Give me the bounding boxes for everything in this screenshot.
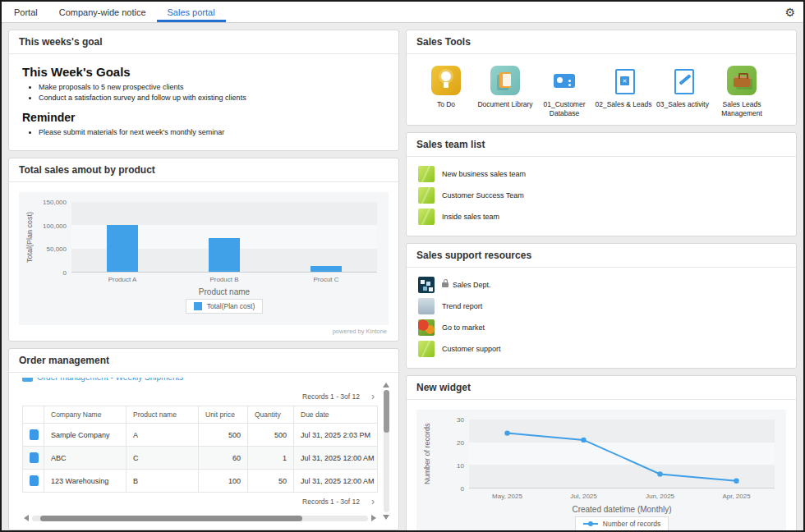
table-row[interactable]: 123 Warehousing B 100 50 Jul 31, 2025 12… <box>23 470 378 493</box>
scroll-down-arrow-icon[interactable] <box>383 515 389 520</box>
tab-list: Portal Company-wide notice Sales portal <box>2 2 226 22</box>
unit-price-cell: 500 <box>199 424 248 447</box>
next-page-chevron-icon[interactable]: › <box>371 392 375 401</box>
y-axis-label: Total(Plan cost) <box>24 202 35 273</box>
team-list: New business sales team Customer Success… <box>407 157 796 236</box>
reminder-heading: Reminder <box>22 111 385 124</box>
vertical-scrollbar[interactable] <box>382 378 390 521</box>
record-file-icon[interactable] <box>30 429 39 440</box>
x-axis-label: Product name <box>71 287 377 296</box>
widget-title: Sales support resources <box>407 244 796 268</box>
legend-label: Number of records <box>603 520 660 528</box>
goals-list: Make proposals to 5 new prospective clie… <box>22 83 385 102</box>
horizontal-scroll-thumb[interactable] <box>40 516 302 521</box>
due-date-cell: Jul 31, 2025 2:03 PM <box>294 424 378 447</box>
company-cell: 123 Warehousing <box>44 470 126 493</box>
scroll-up-arrow-icon[interactable] <box>383 383 389 388</box>
column-header: Company Name <box>44 406 126 424</box>
bar-plot-area <box>71 202 377 273</box>
reminder-list: Please submit materials for next week's … <box>22 128 385 136</box>
chart-legend: Number of records <box>575 516 669 531</box>
portal-content: This weeks's goal This Week's Goals Make… <box>2 23 803 530</box>
widget-new-records-chart: New widget Number of records 3020100 May… <box>406 375 797 532</box>
record-file-icon[interactable] <box>30 452 39 463</box>
records-count-label: Records 1 - 3of 12 <box>302 498 360 506</box>
widget-title: Sales Tools <box>407 30 796 54</box>
app-window: Portal Company-wide notice Sales portal … <box>0 0 805 532</box>
team-list-item[interactable]: Inside sales team <box>418 206 784 227</box>
scroll-right-arrow-icon[interactable] <box>371 515 376 521</box>
right-column: Sales Tools To Do Document Library <box>406 30 797 524</box>
orders-table-header-row: Company NameProduct nameUnit priceQuanti… <box>23 406 378 424</box>
resource-list: Sales Dept. Trend report Go to market <box>407 268 796 368</box>
product-cell: A <box>126 424 199 447</box>
goals-heading: This Week's Goals <box>22 65 385 79</box>
orders-table-body: Sample Company A 500 500 Jul 31, 2025 2:… <box>23 424 378 493</box>
due-date-cell: Jul 31, 2025 12:00 AM <box>294 447 378 470</box>
bar <box>310 266 342 272</box>
team-label: Customer Success Team <box>442 191 524 200</box>
reminder-item: Please submit materials for next week's … <box>39 128 385 136</box>
resource-list-item[interactable]: Customer support <box>418 338 784 360</box>
app-icon <box>727 66 757 95</box>
widget-title: This weeks's goal <box>9 30 398 54</box>
settings-gear-icon[interactable]: ⚙ <box>784 7 795 18</box>
product-cell: B <box>126 470 199 493</box>
quantity-cell: 1 <box>248 447 294 470</box>
resource-space-icon <box>418 277 435 293</box>
app-shortcut[interactable]: 03_Sales activity <box>653 66 712 118</box>
line-plot-area <box>469 420 775 488</box>
app-icon <box>668 66 697 95</box>
order-app-icon <box>22 378 33 382</box>
team-list-item[interactable]: New business sales team <box>418 163 784 185</box>
orders-table: Company NameProduct nameUnit priceQuanti… <box>22 406 378 493</box>
goal-item: Conduct a satisfaction survey and follow… <box>39 94 385 102</box>
left-column: This weeks's goal This Week's Goals Make… <box>8 30 399 524</box>
widget-title: Order management <box>9 349 398 373</box>
next-page-chevron-icon[interactable]: › <box>371 497 375 507</box>
lock-icon <box>442 282 448 287</box>
widget-sales-tools: Sales Tools To Do Document Library <box>406 30 797 126</box>
table-row[interactable]: Sample Company A 500 500 Jul 31, 2025 2:… <box>23 424 378 447</box>
powered-by-label: powered by Kintone <box>19 325 389 341</box>
quantity-cell: 50 <box>248 470 294 493</box>
column-header: Quantity <box>248 406 294 424</box>
app-shortcut[interactable]: Document Library <box>476 66 535 118</box>
records-line-chart: Number of records 3020100 May, 2025Jul, … <box>407 400 796 532</box>
resource-label: Sales Dept. <box>442 281 491 289</box>
legend-line-marker-icon <box>583 523 598 525</box>
team-label: Inside sales team <box>442 213 499 221</box>
resource-list-item[interactable]: Trend report <box>418 296 784 317</box>
app-shortcut[interactable]: Sales Leads Management <box>712 66 771 118</box>
legend-label: Total(Plan cost) <box>207 302 255 310</box>
app-icon <box>550 66 579 95</box>
vertical-scroll-thumb[interactable] <box>384 390 389 433</box>
resource-list-item[interactable]: Go to market <box>418 317 784 338</box>
app-shortcut[interactable]: 02_Sales & Leads <box>594 66 653 118</box>
y-axis-ticks: 3020100 <box>433 420 469 488</box>
scroll-left-arrow-icon[interactable] <box>24 515 29 521</box>
portal-tab[interactable]: Company-wide notice <box>48 2 157 22</box>
resource-space-icon <box>418 298 435 314</box>
x-axis-ticks: May, 2025Jul, 2025Jun, 2025Apr, 2025 <box>469 488 775 501</box>
x-axis-ticks: Product AProduct BProcut C <box>71 273 377 283</box>
due-date-cell: Jul 31, 2025 12:00 AM <box>294 470 378 493</box>
resource-list-item[interactable]: Sales Dept. <box>418 274 784 296</box>
record-file-icon[interactable] <box>30 475 39 486</box>
table-row[interactable]: ABC C 60 1 Jul 31, 2025 12:00 AM <box>23 447 378 470</box>
widget-weekly-goal: This weeks's goal This Week's Goals Make… <box>8 30 399 151</box>
widget-title: Sales team list <box>407 133 796 157</box>
portal-tab[interactable]: Sales portal <box>157 2 226 22</box>
horizontal-scrollbar[interactable] <box>22 515 378 521</box>
portal-tab[interactable]: Portal <box>3 2 48 22</box>
goal-item: Make proposals to 5 new prospective clie… <box>39 83 385 91</box>
app-shortcut[interactable]: 01_Customer Database <box>535 66 594 118</box>
widget-title: New widget <box>407 376 796 400</box>
team-list-item[interactable]: Customer Success Team <box>418 185 784 206</box>
records-count-label: Records 1 - 3of 12 <box>302 392 360 401</box>
order-app-link[interactable]: Order management - Weekly Shipments <box>37 378 183 382</box>
app-shortcut[interactable]: To Do <box>416 66 476 118</box>
company-cell: ABC <box>44 447 126 470</box>
app-shortcut-list: To Do Document Library 01_Customer Datab… <box>407 54 796 125</box>
bar <box>107 225 138 272</box>
